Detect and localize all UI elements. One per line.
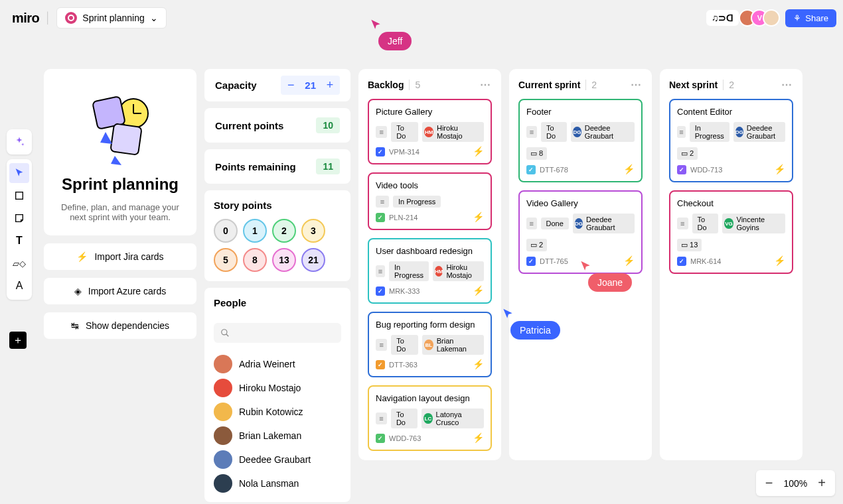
card-status: To Do xyxy=(391,122,418,142)
sticky-tool[interactable] xyxy=(9,208,29,228)
person-name: Hiroku Mostajo xyxy=(239,383,301,393)
zoom-in-button[interactable]: + xyxy=(818,475,826,491)
card-title: Video tools xyxy=(376,180,484,190)
shapes-tool[interactable]: ▱◇ xyxy=(9,253,29,273)
story-point-chip[interactable]: 5 xyxy=(214,248,238,272)
column-menu[interactable]: ⋯ xyxy=(480,78,492,91)
card-status: To Do xyxy=(391,409,418,428)
story-point-chip[interactable]: 1 xyxy=(243,219,267,243)
story-points-chips: 0123581321 xyxy=(214,219,341,272)
cursor-icon xyxy=(369,19,382,32)
card-assignee: LCLatonya Crusco xyxy=(422,409,484,428)
story-point-chip[interactable]: 3 xyxy=(301,219,325,243)
task-card[interactable]: Video tools≡In Progress✓PLN-214⚡ xyxy=(368,172,492,230)
swimlane-column: Next sprint2⋯Content Editor≡In ProgressD… xyxy=(660,69,803,460)
task-card[interactable]: Bug reporting form design≡To DoBLBrian L… xyxy=(368,312,492,377)
jira-icon: ⚡ xyxy=(473,146,484,157)
column-title: Backlog xyxy=(368,80,404,90)
stats-column: Capacity − 21 + Current points 10 Points… xyxy=(204,69,350,502)
card-assignee: DGDeedee Graubart xyxy=(733,122,785,142)
share-button[interactable]: ⚘ Share xyxy=(785,9,836,27)
card-assignee: HMHiroku Mostajo xyxy=(433,261,484,281)
current-points-card: Current points 10 xyxy=(204,108,350,143)
column-menu[interactable]: ⋯ xyxy=(781,78,793,91)
capacity-stepper: − 21 + xyxy=(281,76,340,95)
select-tool[interactable] xyxy=(9,163,29,183)
task-card[interactable]: Checkout≡To DoVGVincente Goyins▭ 13✓MRK-… xyxy=(669,190,793,274)
story-point-chip[interactable]: 21 xyxy=(301,248,325,272)
story-point-chip[interactable]: 8 xyxy=(243,248,267,272)
card-assignee: HMHiroku Mostajo xyxy=(422,122,484,142)
jira-icon: ⚡ xyxy=(473,432,484,443)
task-card[interactable]: Footer≡To DoDGDeedee Graubart▭ 8✓DTT-678… xyxy=(518,99,643,182)
points-remaining-label: Points remaining xyxy=(215,161,296,172)
story-point-chip[interactable]: 2 xyxy=(272,219,296,243)
person-row[interactable]: Adria Weinert xyxy=(214,355,341,373)
task-card[interactable]: User dashboard redesign≡In ProgressHMHir… xyxy=(368,238,492,304)
person-name: Rubin Kotowicz xyxy=(239,407,303,417)
swimlane-column: Backlog5⋯Picture Gallery≡To DoHMHiroku M… xyxy=(358,69,501,460)
show-dependencies-button[interactable]: ↹ Show dependencies xyxy=(44,312,196,339)
ai-tool[interactable] xyxy=(7,129,32,155)
frame-tool[interactable] xyxy=(9,186,29,206)
task-card[interactable]: Content Editor≡In ProgressDGDeedee Graub… xyxy=(669,99,793,182)
shapes-icon: ▱◇ xyxy=(13,259,26,269)
participant-avatars[interactable]: V xyxy=(744,9,780,27)
remote-cursor: Jeff xyxy=(369,19,412,50)
jam-badge[interactable]: ♫⊃ᗡ xyxy=(706,10,739,26)
board-dropdown[interactable]: Sprint planning ⌄ xyxy=(56,7,166,29)
story-point-chip[interactable]: 13 xyxy=(272,248,296,272)
card-assignee: VGVincente Goyins xyxy=(722,214,785,233)
card-assignee: DGDeedee Graubart xyxy=(573,214,635,233)
text-tool[interactable]: T xyxy=(9,231,29,251)
column-menu[interactable]: ⋯ xyxy=(631,78,643,91)
person-row[interactable]: Deedee Graubart xyxy=(214,450,341,469)
jira-icon: ⚡ xyxy=(473,359,484,369)
card-status: To Do xyxy=(391,335,418,355)
avatar xyxy=(214,450,232,469)
card-status: Done xyxy=(541,218,569,229)
svg-rect-0 xyxy=(16,192,23,200)
plus-icon: ＋ xyxy=(13,334,23,347)
description-icon: ≡ xyxy=(526,218,537,229)
person-row[interactable]: Hiroku Mostajo xyxy=(214,379,341,397)
cursor-label: Joane xyxy=(588,273,632,292)
description-icon: ≡ xyxy=(376,412,387,424)
jira-icon: ⚡ xyxy=(623,164,635,174)
jira-icon: ⚡ xyxy=(774,255,785,266)
task-card[interactable]: Navigation layout design≡To DoLCLatonya … xyxy=(368,385,492,451)
tool-panel: T ▱◇ A xyxy=(7,159,32,300)
current-points-value: 10 xyxy=(316,117,340,133)
description-icon: ≡ xyxy=(526,126,537,138)
person-row[interactable]: Brian Lakeman xyxy=(214,426,341,445)
card-ticket: ✓WDD-763 xyxy=(376,434,484,443)
person-row[interactable]: Rubin Kotowicz xyxy=(214,403,341,421)
svg-point-6 xyxy=(222,330,227,335)
logo: miro xyxy=(12,11,39,26)
pen-tool[interactable]: A xyxy=(9,276,29,296)
import-azure-button[interactable]: ◈ Import Azure cards xyxy=(44,278,196,304)
task-card[interactable]: Picture Gallery≡To DoHMHiroku Mostajo✓VP… xyxy=(368,99,492,164)
intro-card: Sprint planning Define, plan, and manage… xyxy=(44,69,196,235)
people-list: Adria WeinertHiroku MostajoRubin Kotowic… xyxy=(214,349,341,493)
sparkle-icon xyxy=(13,136,25,148)
capacity-increment[interactable]: + xyxy=(325,78,335,92)
zoom-out-button[interactable]: − xyxy=(765,475,773,491)
person-row[interactable]: Nola Lansman xyxy=(214,474,341,493)
pen-icon: A xyxy=(16,280,23,292)
card-ticket: ✓DTT-363 xyxy=(376,360,484,369)
card-ticket: ✓VPM-314 xyxy=(376,147,484,157)
avatar xyxy=(214,355,232,373)
column-title: Next sprint xyxy=(669,80,718,90)
card-assignee: BLBrian Lakeman xyxy=(422,335,484,355)
import-jira-button[interactable]: ⚡ Import Jira cards xyxy=(44,243,196,270)
people-search-input[interactable] xyxy=(214,323,341,343)
story-points-card: Story points 0123581321 xyxy=(204,190,350,281)
capacity-decrement[interactable]: − xyxy=(286,78,295,92)
story-point-chip[interactable]: 0 xyxy=(214,219,238,243)
column-header: Next sprint2⋯ xyxy=(669,78,793,91)
add-tool-button[interactable]: ＋ xyxy=(9,332,27,349)
column-header: Backlog5⋯ xyxy=(368,78,492,91)
show-deps-label: Show dependencies xyxy=(86,320,169,331)
remote-cursor: Patricia xyxy=(501,308,560,340)
